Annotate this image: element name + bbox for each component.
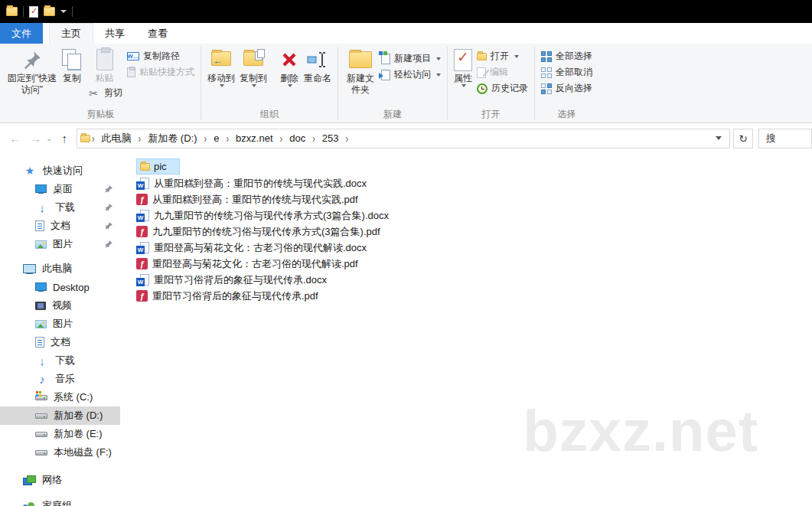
tab-share[interactable]: 共享: [93, 23, 136, 44]
invert-selection-button[interactable]: 反向选择: [539, 80, 595, 96]
title-bar: [0, 0, 812, 23]
file-item[interactable]: 九九重阳节的传统习俗与现代传承方式(3篇合集).pdf: [136, 224, 812, 240]
new-item-button[interactable]: 新建项目: [379, 51, 443, 67]
forward-icon[interactable]: →: [30, 132, 41, 145]
pin-to-quick-access-button[interactable]: 固定到"快速访问": [5, 46, 60, 96]
sidebar-item-homegroup[interactable]: 家庭组: [0, 497, 120, 506]
group-separator: [447, 47, 448, 119]
edit-button[interactable]: 编辑: [474, 64, 530, 80]
breadcrumb-drive-d[interactable]: 新加卷 (D:): [142, 132, 202, 145]
refresh-icon[interactable]: ↻: [733, 129, 753, 149]
folder-item-pic[interactable]: pic: [136, 158, 180, 175]
drive-icon: [35, 432, 47, 437]
group-separator: [338, 47, 338, 119]
copy-button[interactable]: 复制: [60, 46, 84, 85]
sidebar-item-downloads[interactable]: 下载: [0, 351, 120, 370]
ribbon-group-organize: ← 移动到 复制到 删除: [202, 44, 337, 122]
quick-access-star-icon: [23, 165, 37, 177]
sidebar-item-network[interactable]: 网络: [0, 471, 120, 489]
chevron-down-icon: [514, 55, 519, 58]
address-dropdown-icon[interactable]: [716, 136, 722, 140]
breadcrumb-253[interactable]: 253: [317, 132, 344, 144]
sidebar-item-downloads-pinned[interactable]: 下载: [0, 198, 120, 217]
sidebar-item-label: 桌面: [53, 182, 73, 196]
sidebar-item-drive-e[interactable]: 新加卷 (E:): [0, 425, 120, 443]
file-item[interactable]: W 重阳登高与菊花文化：古老习俗的现代解读.docx: [136, 240, 812, 256]
breadcrumb-separator: ›: [204, 132, 208, 145]
sidebar-item-pictures-pinned[interactable]: 图片: [0, 235, 120, 253]
file-name: 九九重阳节的传统习俗与现代传承方式(3篇合集).pdf: [152, 225, 380, 239]
sidebar-item-drive-f[interactable]: 本地磁盘 (F:): [0, 443, 120, 462]
properties-button[interactable]: 属性: [452, 46, 474, 88]
delete-icon: [279, 47, 299, 73]
sidebar-item-documents-pinned[interactable]: 文档: [0, 217, 120, 235]
sidebar-item-videos[interactable]: 视频: [0, 296, 120, 315]
word-icon: W: [136, 274, 149, 286]
file-item[interactable]: 重阳节习俗背后的象征与现代传承.pdf: [136, 288, 812, 304]
sidebar-item-label: 网络: [42, 473, 62, 487]
paste-icon: [96, 49, 113, 70]
sidebar-item-label: 新加卷 (D:): [54, 409, 103, 423]
paste-shortcut-button[interactable]: 粘贴快捷方式: [125, 64, 197, 80]
select-all-button[interactable]: 全部选择: [539, 48, 595, 64]
tab-file[interactable]: 文件: [0, 23, 43, 44]
file-item[interactable]: 重阳登高与菊花文化：古老习俗的现代解读.pdf: [136, 256, 812, 272]
sidebar-item-desktop[interactable]: Desktop: [0, 278, 120, 296]
ribbon: 固定到"快速访问" 复制 粘贴 剪切 复制路径: [0, 44, 812, 123]
paste-button[interactable]: 粘贴: [84, 46, 125, 85]
open-button[interactable]: 打开: [474, 48, 530, 64]
explorer-folder-icon[interactable]: [6, 7, 18, 16]
breadcrumb[interactable]: › 此电脑 › 新加卷 (D:) › e › bzxz.net › doc › …: [77, 129, 730, 149]
recent-locations-icon[interactable]: ⌄: [46, 134, 52, 142]
easy-access-button[interactable]: 轻松访问: [379, 67, 443, 83]
back-icon[interactable]: ←: [9, 132, 21, 145]
up-icon[interactable]: ↑: [61, 132, 67, 145]
group-label-clipboard: 剪贴板: [2, 108, 200, 121]
breadcrumb-doc[interactable]: doc: [284, 132, 311, 144]
button-label: 编辑: [490, 66, 508, 79]
sidebar-item-documents[interactable]: 文档: [0, 333, 120, 351]
copy-to-button[interactable]: 复制到: [237, 46, 269, 88]
history-button[interactable]: 历史记录: [474, 80, 530, 96]
pictures-icon: [35, 320, 47, 328]
sidebar-item-label: 音乐: [55, 372, 75, 386]
paste-shortcut-icon: [127, 67, 135, 77]
button-label: 反向选择: [556, 82, 592, 95]
tab-view[interactable]: 查看: [136, 23, 179, 44]
download-icon: [35, 201, 49, 214]
breadcrumb-this-pc[interactable]: 此电脑: [96, 132, 137, 145]
computer-icon: [23, 264, 36, 274]
tab-home[interactable]: 主页: [49, 23, 93, 44]
button-label: 全部取消: [556, 66, 592, 79]
search-input[interactable]: 搜: [758, 129, 812, 149]
sidebar-item-this-pc[interactable]: 此电脑: [0, 260, 120, 278]
sidebar-item-music[interactable]: 音乐: [0, 370, 120, 388]
file-item[interactable]: W 九九重阳节的传统习俗与现代传承方式(3篇合集).docx: [136, 207, 812, 224]
breadcrumb-separator: ›: [138, 132, 142, 145]
sidebar-item-drive-c[interactable]: 系统 (C:): [0, 388, 120, 406]
qat-dropdown-icon[interactable]: [60, 10, 67, 13]
select-none-button[interactable]: 全部取消: [539, 64, 595, 80]
breadcrumb-e[interactable]: e: [208, 132, 224, 144]
sidebar-item-pictures[interactable]: 图片: [0, 315, 120, 333]
move-to-button[interactable]: ← 移动到: [205, 46, 237, 88]
sidebar-item-desktop-pinned[interactable]: 桌面: [0, 180, 120, 198]
new-folder-quick-icon[interactable]: [44, 7, 55, 16]
button-label: 全部选择: [556, 50, 592, 63]
word-icon: W: [136, 178, 149, 190]
file-item[interactable]: W 重阳节习俗背后的象征与现代传承.docx: [136, 272, 812, 288]
button-label: 属性: [454, 73, 472, 84]
sidebar-item-drive-d[interactable]: 新加卷 (D:): [0, 406, 120, 425]
rename-button[interactable]: 重命名: [302, 46, 334, 85]
copy-path-button[interactable]: 复制路径: [125, 48, 197, 64]
file-item[interactable]: W 从重阳糕到登高：重阳节的传统与现代实践.docx: [136, 175, 812, 191]
new-folder-button[interactable]: 新建文件夹: [342, 46, 379, 96]
navigation-pane: 快速访问 桌面 下载 文档 图片 此电脑 Desktop: [0, 153, 120, 506]
delete-button[interactable]: 删除: [277, 46, 302, 88]
properties-quick-icon[interactable]: [29, 6, 38, 18]
sidebar-item-quick-access[interactable]: 快速访问: [0, 162, 120, 180]
file-item[interactable]: 从重阳糕到登高：重阳节的传统与现代实践.pdf: [136, 191, 812, 207]
cut-button[interactable]: 剪切: [84, 85, 125, 101]
document-icon: [35, 220, 44, 231]
breadcrumb-bzxz-net[interactable]: bzxz.net: [230, 132, 278, 144]
